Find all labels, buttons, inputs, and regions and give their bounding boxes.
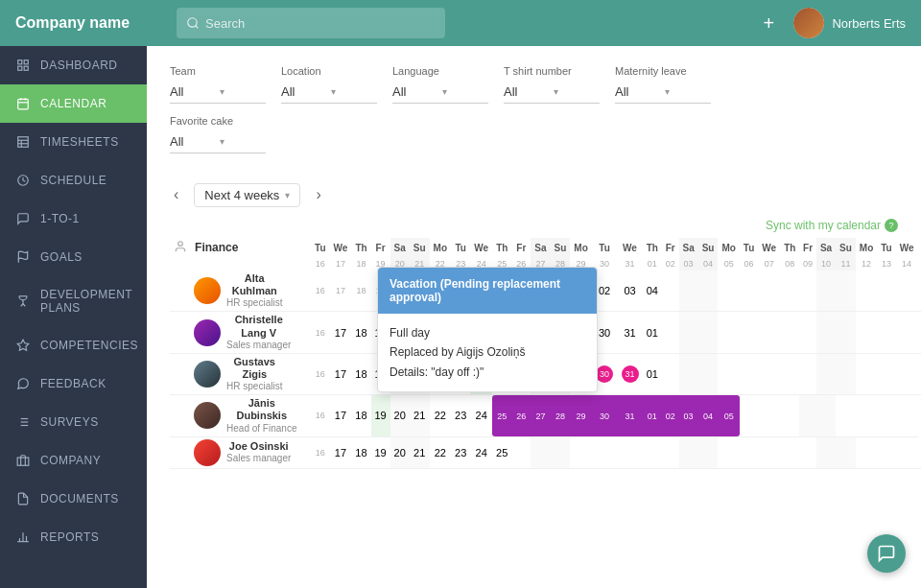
filter-tshirt-label: T shirt number: [504, 65, 600, 77]
vacation-cell-purple: 03: [679, 395, 698, 436]
svg-rect-3: [24, 60, 28, 64]
filter-language-value: All: [392, 84, 438, 99]
sidebar-item-documents[interactable]: DOCUMENTS: [0, 480, 147, 518]
star-icon: [15, 338, 31, 353]
filter-tshirt: T shirt number All ▾: [504, 65, 600, 104]
avatar: [793, 8, 824, 38]
period-navigation: ‹ Next 4 weeks ▾ ›: [147, 175, 921, 219]
vacation-cell-purple: 05: [718, 395, 740, 436]
chevron-down-icon-5: ▾: [665, 86, 711, 97]
filter-cake-select[interactable]: All ▾: [170, 130, 266, 153]
vacation-cell-purple: 26: [511, 395, 531, 436]
user-menu[interactable]: Norberts Erts: [793, 8, 906, 38]
sync-calendar-button[interactable]: Sync with my calendar ?: [766, 219, 898, 232]
sidebar-label-schedule: SCHEDULE: [40, 174, 106, 187]
sidebar-label-surveys: SURVEYS: [40, 415, 99, 429]
person-role: Sales manager: [226, 340, 291, 351]
svg-point-0: [188, 18, 197, 27]
filter-team-label: Team: [170, 65, 266, 77]
svg-rect-6: [18, 99, 29, 109]
period-label: Next 4 weeks: [204, 188, 279, 202]
svg-point-29: [178, 242, 183, 247]
search-input[interactable]: [205, 16, 436, 31]
filter-location-select[interactable]: All ▾: [281, 81, 377, 104]
person-name: Joe Osinski: [226, 440, 291, 453]
sidebar-item-timesheets[interactable]: TIMESHEETS: [0, 123, 147, 161]
filter-team-value: All: [170, 84, 216, 99]
add-button[interactable]: +: [755, 10, 782, 36]
svg-rect-4: [18, 66, 22, 70]
username: Norberts Erts: [832, 16, 906, 31]
chevron-down-icon-2: ▾: [331, 86, 377, 97]
avatar: [194, 277, 221, 304]
sidebar-label-goals: GOALS: [40, 250, 83, 264]
cal-icon-col: [170, 238, 191, 257]
bar-chart-icon: [15, 529, 31, 545]
search-bar[interactable]: [177, 8, 445, 38]
topbar: Company name + Norberts Erts: [0, 0, 921, 46]
sidebar-label-calendar: CALENDAR: [40, 97, 106, 110]
vacation-cell-purple: 31: [617, 395, 642, 436]
person-cell: AltaKuhlman HR specialist: [191, 270, 311, 312]
sidebar-item-1to1[interactable]: 1-TO-1: [0, 200, 147, 238]
app-title: Company name: [15, 14, 161, 32]
person-name: ChristelleLang V: [226, 314, 291, 339]
sidebar-label-reports: REPORTS: [40, 530, 99, 544]
period-selector[interactable]: Next 4 weeks ▾: [194, 183, 300, 207]
flag-icon: [15, 249, 31, 265]
filter-location-value: All: [281, 84, 327, 99]
filter-maternity-label: Maternity leave: [615, 65, 711, 77]
tooltip-details: Details: "day off :)": [390, 363, 585, 382]
clock-icon: [15, 173, 31, 188]
sidebar-item-dashboard[interactable]: DASHBOARD: [0, 46, 147, 84]
filter-tshirt-select[interactable]: All ▾: [504, 81, 600, 104]
sidebar-item-goals[interactable]: GOALS: [0, 238, 147, 276]
filter-language-label: Language: [392, 65, 488, 77]
svg-rect-2: [18, 60, 22, 64]
sidebar-item-dev-plans[interactable]: DEVELOPMENT PLANS: [0, 276, 147, 326]
calendar-icon: [15, 96, 31, 111]
chevron-down-icon-4: ▾: [554, 86, 600, 97]
person-role: Sales manager: [226, 453, 291, 464]
filter-cake: Favorite cake All ▾: [170, 115, 266, 153]
next-period-button[interactable]: ›: [312, 182, 324, 207]
avatar: [194, 402, 221, 429]
chat-button[interactable]: [867, 534, 906, 573]
avatar: [194, 361, 221, 388]
sidebar-label-dashboard: DASHBOARD: [40, 59, 118, 72]
filter-language: Language All ▾: [392, 65, 488, 104]
sidebar-label-dev-plans: DEVELOPMENT PLANS: [40, 288, 132, 315]
filter-maternity: Maternity leave All ▾: [615, 65, 711, 104]
vacation-cell-purple: 04: [698, 395, 719, 436]
help-icon: ?: [885, 219, 898, 232]
vacation-cell-purple: 30: [592, 395, 617, 436]
person-cell: JānisDubinskis Head of Finance: [191, 395, 311, 436]
person-name: GustavsZigis: [226, 356, 282, 381]
person-role: HR specialist: [226, 297, 282, 309]
file-icon: [15, 491, 31, 506]
vacation-tooltip: Vacation (Pending replacement approval) …: [377, 267, 598, 392]
filter-language-select[interactable]: All ▾: [392, 81, 488, 104]
filter-maternity-value: All: [615, 84, 661, 99]
chevron-down-icon-period: ▾: [285, 190, 290, 200]
table-icon: [15, 134, 31, 150]
vacation-cell-purple: 02: [662, 395, 679, 436]
sidebar-item-reports[interactable]: REPORTS: [0, 518, 147, 556]
svg-marker-17: [17, 340, 29, 350]
vacation-cell-purple: 29: [570, 395, 592, 436]
topbar-actions: + Norberts Erts: [755, 8, 906, 38]
sidebar-item-surveys[interactable]: SURVEYS: [0, 403, 147, 441]
filters-section: Team All ▾ Location All ▾ Language: [147, 46, 921, 175]
sidebar-item-company[interactable]: COMPANY: [0, 441, 147, 480]
sidebar-item-competencies[interactable]: COMPETENCIES: [0, 326, 147, 365]
sidebar-item-schedule[interactable]: SCHEDULE: [0, 161, 147, 200]
chevron-down-icon-6: ▾: [220, 136, 266, 147]
sidebar-item-feedback[interactable]: FEEDBACK: [0, 365, 147, 403]
svg-line-1: [196, 26, 199, 29]
prev-period-button[interactable]: ‹: [170, 182, 182, 207]
chevron-down-icon: ▾: [220, 86, 266, 97]
filter-team-select[interactable]: All ▾: [170, 81, 266, 104]
vacation-cell-purple: 27: [531, 395, 550, 436]
sidebar-item-calendar[interactable]: CALENDAR: [0, 84, 147, 123]
filter-maternity-select[interactable]: All ▾: [615, 81, 711, 104]
